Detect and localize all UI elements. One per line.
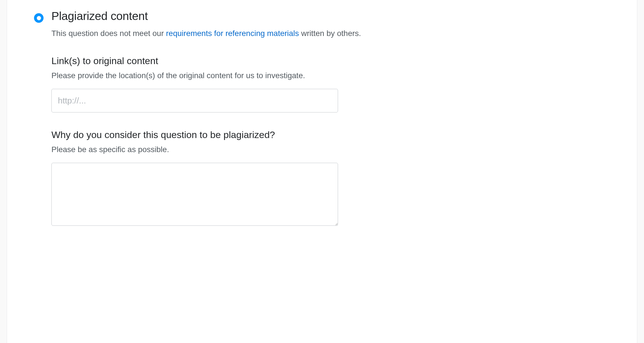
- original-links-section: Link(s) to original content Please provi…: [51, 55, 610, 112]
- radio-inner-dot-icon: [37, 16, 41, 20]
- flag-option-desc-prefix: This question does not meet our: [51, 29, 166, 38]
- original-link-input[interactable]: [51, 89, 338, 112]
- flag-option-plagiarized[interactable]: Plagiarized content This question does n…: [34, 10, 610, 228]
- flag-option-content: Plagiarized content This question does n…: [51, 10, 610, 228]
- reason-textarea[interactable]: [51, 163, 338, 226]
- original-links-heading: Link(s) to original content: [51, 55, 610, 66]
- referencing-requirements-link[interactable]: requirements for referencing materials: [166, 29, 299, 38]
- flag-option-title: Plagiarized content: [51, 10, 610, 23]
- radio-selected-icon[interactable]: [34, 13, 44, 23]
- flag-option-description: This question does not meet our requirem…: [51, 28, 610, 39]
- original-links-help: Please provide the location(s) of the or…: [51, 70, 610, 81]
- reason-section: Why do you consider this question to be …: [51, 129, 610, 228]
- reason-help: Please be as specific as possible.: [51, 144, 610, 155]
- flag-form-panel: Plagiarized content This question does n…: [7, 0, 637, 343]
- reason-heading: Why do you consider this question to be …: [51, 129, 610, 140]
- flag-option-desc-suffix: written by others.: [301, 29, 361, 38]
